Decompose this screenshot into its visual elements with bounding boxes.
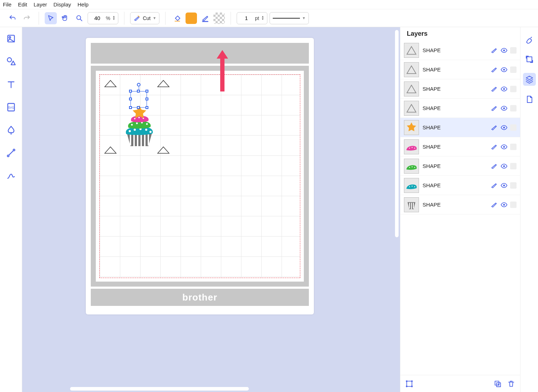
layer-thumbnail — [404, 43, 419, 58]
file-panel-button[interactable] — [523, 93, 536, 106]
svg-point-2 — [9, 36, 11, 38]
zoom-input[interactable] — [90, 15, 104, 21]
layer-lock-toggle[interactable] — [510, 124, 517, 131]
layer-edit-button[interactable] — [490, 143, 498, 151]
resize-handle-se[interactable] — [145, 106, 148, 109]
svg-rect-38 — [407, 381, 412, 386]
layer-visibility-toggle[interactable] — [500, 124, 508, 132]
vertical-scrollbar[interactable] — [394, 29, 399, 383]
menu-file[interactable]: File — [3, 1, 11, 8]
resize-handle-s[interactable] — [137, 106, 140, 109]
svg-point-18 — [138, 117, 140, 118]
layer-visibility-toggle[interactable] — [500, 143, 508, 151]
cut-mode-select[interactable]: Cut ▼ — [130, 12, 159, 24]
layer-lock-toggle[interactable] — [510, 105, 517, 111]
line-tool[interactable] — [5, 147, 18, 159]
svg-import-tool[interactable]: SVG — [5, 101, 18, 114]
layer-visibility-toggle[interactable] — [500, 85, 508, 93]
layers-panel-button[interactable] — [523, 73, 536, 86]
svg-point-36 — [503, 184, 505, 186]
menu-display[interactable]: Display — [54, 1, 71, 8]
layer-visibility-toggle[interactable] — [500, 201, 508, 209]
zoom-down[interactable]: ▼ — [112, 18, 116, 20]
resize-handle-ne[interactable] — [145, 90, 148, 93]
fill-tool[interactable] — [171, 12, 183, 24]
selection-bounds[interactable] — [130, 91, 147, 108]
layer-thumbnail — [404, 197, 419, 212]
shape-triangle[interactable] — [104, 146, 117, 154]
select-tool[interactable] — [45, 12, 57, 24]
rotate-handle[interactable] — [137, 83, 140, 86]
layer-thumbnail — [404, 139, 419, 154]
layer-edit-button[interactable] — [490, 124, 498, 132]
layer-lock-toggle[interactable] — [510, 66, 517, 73]
line-style-select[interactable]: ▼ — [270, 12, 309, 24]
mat-frame — [91, 66, 309, 287]
layer-row[interactable]: SHAPE — [400, 60, 520, 79]
horizontal-scrollbar[interactable] — [24, 386, 393, 391]
layer-edit-button[interactable] — [490, 85, 498, 93]
layer-visibility-toggle[interactable] — [500, 162, 508, 170]
duplicate-layer-button[interactable] — [494, 380, 502, 388]
layer-name: SHAPE — [423, 105, 487, 111]
menu-edit[interactable]: Edit — [18, 1, 27, 8]
layer-visibility-toggle[interactable] — [500, 46, 508, 54]
layer-thumbnail — [404, 120, 419, 135]
layer-lock-toggle[interactable] — [510, 182, 517, 189]
layer-lock-toggle[interactable] — [510, 86, 517, 92]
layer-visibility-toggle[interactable] — [500, 66, 508, 74]
resize-handle-e[interactable] — [145, 98, 148, 100]
svg-point-22 — [503, 88, 505, 90]
layer-visibility-toggle[interactable] — [500, 104, 508, 112]
layer-edit-button[interactable] — [490, 182, 498, 189]
freehand-tool[interactable] — [5, 169, 18, 182]
cutting-mat[interactable]: brother — [86, 38, 314, 314]
select-all-layers-button[interactable] — [405, 380, 413, 388]
redo-button[interactable] — [21, 12, 33, 24]
shape-triangle[interactable] — [157, 80, 170, 88]
stroke-down[interactable]: ▼ — [261, 18, 265, 20]
right-tool-rail — [520, 27, 538, 392]
transform-panel-button[interactable] — [523, 53, 536, 66]
layer-row[interactable]: SHAPE — [400, 99, 520, 118]
layer-visibility-toggle[interactable] — [500, 182, 508, 189]
layer-row[interactable]: SHAPE — [400, 176, 520, 195]
pan-tool[interactable] — [59, 12, 71, 24]
stroke-color-swatch[interactable] — [213, 13, 225, 24]
layer-lock-toggle[interactable] — [510, 202, 517, 208]
layer-edit-button[interactable] — [490, 46, 498, 54]
resize-handle-nw[interactable] — [129, 90, 132, 93]
layer-edit-button[interactable] — [490, 201, 498, 209]
layers-list: SHAPESHAPESHAPESHAPESHAPESHAPESHAPESHAPE… — [400, 41, 520, 375]
undo-button[interactable] — [6, 12, 19, 24]
layer-thumbnail — [404, 178, 419, 193]
resize-handle-sw[interactable] — [129, 106, 132, 109]
stroke-width-input[interactable] — [239, 15, 253, 21]
shapes-tool[interactable] — [5, 55, 18, 68]
images-tool[interactable] — [5, 32, 18, 45]
layer-row[interactable]: SHAPE — [400, 157, 520, 176]
layer-edit-button[interactable] — [490, 162, 498, 170]
layer-lock-toggle[interactable] — [510, 47, 517, 54]
layer-row[interactable]: SHAPE — [400, 41, 520, 60]
spade-tool[interactable] — [5, 124, 18, 137]
zoom-tool[interactable] — [73, 12, 85, 24]
layer-row[interactable]: SHAPE — [400, 137, 520, 157]
menu-layer[interactable]: Layer — [34, 1, 47, 8]
layer-lock-toggle[interactable] — [510, 163, 517, 169]
layer-row[interactable]: SHAPE — [400, 195, 520, 214]
layer-row[interactable]: SHAPE — [400, 79, 520, 99]
resize-handle-w[interactable] — [129, 98, 132, 100]
stroke-tool[interactable] — [199, 12, 211, 24]
layer-edit-button[interactable] — [490, 66, 498, 74]
properties-panel-button[interactable] — [523, 33, 536, 46]
resize-handle-n[interactable] — [137, 90, 140, 93]
fill-color-swatch[interactable] — [186, 13, 197, 24]
text-tool[interactable] — [5, 78, 18, 91]
layer-edit-button[interactable] — [490, 104, 498, 112]
delete-layer-button[interactable] — [507, 380, 515, 388]
layer-row[interactable]: SHAPE — [400, 118, 520, 137]
shape-triangle[interactable] — [104, 80, 117, 88]
layer-lock-toggle[interactable] — [510, 144, 517, 150]
menu-help[interactable]: Help — [78, 1, 89, 8]
